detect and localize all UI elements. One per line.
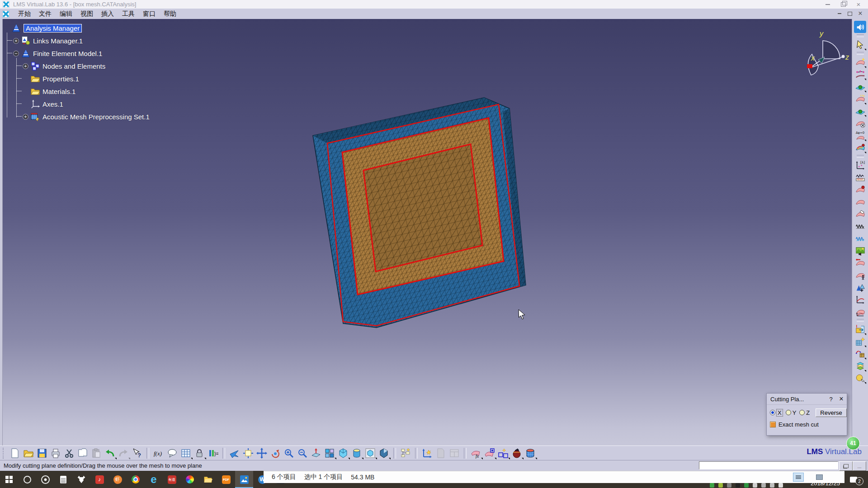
- dropdown-caret-icon[interactable]: [864, 382, 866, 384]
- tray-shield-check-icon[interactable]: [744, 483, 749, 488]
- plane-radio-label-x[interactable]: X: [777, 409, 783, 416]
- fly-mode-button[interactable]: [228, 447, 241, 460]
- tray-green-app-icon[interactable]: [710, 483, 714, 488]
- annotation-button[interactable]: [165, 447, 179, 460]
- tree-label-properties-1[interactable]: Properties.1: [42, 75, 79, 83]
- zoom-in-button[interactable]: [282, 447, 296, 460]
- cut-button[interactable]: [62, 447, 76, 460]
- mute-boundary-button[interactable]: [854, 117, 866, 129]
- render-applicative-button[interactable]: [363, 447, 377, 460]
- acoustic-source-button[interactable]: [854, 21, 866, 33]
- explorer-list-view-button[interactable]: [793, 473, 804, 482]
- lock-button[interactable]: [193, 447, 206, 460]
- orientation-compass[interactable]: y x z: [795, 27, 854, 88]
- plane-wave-source-button[interactable]: [854, 80, 866, 93]
- taskbar-image-viewer[interactable]: [235, 471, 253, 488]
- taskbar-edge[interactable]: e: [145, 471, 163, 488]
- dialog-title-bar[interactable]: Cutting Pla... ? ×: [767, 394, 847, 405]
- normal-view-button[interactable]: [309, 447, 323, 460]
- t-axes-icon[interactable]: [30, 99, 40, 109]
- taskbar-media-pinwheel[interactable]: [181, 471, 199, 488]
- tree-label-finite-element-model-1[interactable]: Finite Element Model.1: [33, 50, 102, 57]
- taskbar-xiami-music[interactable]: 虾: [108, 471, 127, 488]
- tray-leaf-app-icon[interactable]: [718, 483, 723, 488]
- tree-label-nodes-and-elements[interactable]: Nodes and Elements: [42, 62, 105, 70]
- dropdown-caret-icon[interactable]: [864, 152, 866, 154]
- waveform-time-button[interactable]: [854, 220, 866, 232]
- notification-center[interactable]: 2: [850, 474, 863, 485]
- exact-mesh-cut-checkbox[interactable]: [770, 422, 776, 427]
- select-button[interactable]: [854, 38, 866, 51]
- whats-this-button[interactable]: [130, 447, 144, 460]
- mesh-refine-button[interactable]: [854, 281, 866, 293]
- fit-all-in-button[interactable]: [241, 447, 255, 460]
- tree-label-links-manager-1[interactable]: Links Manager.1: [33, 37, 83, 45]
- acoustic-mesh-source-button[interactable]: [854, 105, 866, 117]
- t-links-icon[interactable]: [21, 36, 31, 46]
- t-nodes-icon[interactable]: [30, 61, 40, 71]
- tray-gray-app-icon[interactable]: [727, 483, 731, 488]
- compass-plane-handle[interactable]: [807, 64, 812, 68]
- copy-button[interactable]: [76, 447, 90, 460]
- command-input[interactable]: [699, 461, 838, 469]
- mesh-cylinder-button[interactable]: [524, 447, 537, 460]
- hide-show-button[interactable]: [377, 447, 391, 460]
- tray-volume-icon[interactable]: [770, 483, 774, 488]
- menu-item[interactable]: 文件: [35, 9, 56, 19]
- t-ana-icon[interactable]: [11, 23, 21, 33]
- explorer-thumbnail-view-button[interactable]: [814, 473, 825, 482]
- reverse-button[interactable]: Reverse: [816, 408, 846, 417]
- save-button[interactable]: [35, 447, 49, 460]
- t-ana-icon[interactable]: [21, 48, 31, 58]
- tray-page-icon[interactable]: [753, 483, 757, 488]
- formula-button[interactable]: [152, 447, 165, 460]
- curve-axis-button[interactable]: [854, 293, 866, 305]
- transfer-path-button[interactable]: [854, 68, 866, 80]
- shell-observer-button[interactable]: [854, 269, 866, 281]
- menu-item[interactable]: 窗口: [139, 9, 160, 19]
- menu-item[interactable]: 编辑: [56, 9, 76, 19]
- render-style-button[interactable]: [350, 447, 363, 460]
- taskbar-netease-music[interactable]: ♪: [90, 471, 108, 488]
- dialog-help-button[interactable]: ?: [826, 396, 836, 403]
- taskbar-youdao-dict[interactable]: 有道: [163, 471, 181, 488]
- minimize-button[interactable]: [821, 0, 835, 9]
- multi-view-button[interactable]: [323, 447, 336, 460]
- open-button[interactable]: [22, 447, 35, 460]
- menu-item[interactable]: 工具: [118, 9, 139, 19]
- close-button[interactable]: ×: [852, 0, 865, 9]
- radiating-panel-button[interactable]: [854, 93, 866, 105]
- mdi-minimize-button[interactable]: [835, 9, 844, 18]
- tree-label-axes-1[interactable]: Axes.1: [42, 100, 63, 108]
- design-table-button[interactable]: [179, 447, 193, 460]
- more-button[interactable]: ...: [853, 461, 866, 471]
- axis-system-button[interactable]: [420, 447, 434, 460]
- menu-item[interactable]: 开始: [14, 9, 35, 19]
- window-mode-button[interactable]: [839, 461, 853, 471]
- zoom-out-button[interactable]: [296, 447, 309, 460]
- expander-plus-icon[interactable]: +: [23, 63, 28, 69]
- t-folder-icon[interactable]: [30, 86, 40, 96]
- taskbar-file-explorer[interactable]: [199, 471, 217, 488]
- tray-plus-icon[interactable]: [778, 483, 783, 488]
- plane-radio-y[interactable]: [786, 410, 791, 415]
- layer-stack-button[interactable]: [854, 360, 866, 372]
- material-library-button[interactable]: [510, 447, 524, 460]
- mesh-create-button[interactable]: [854, 335, 866, 347]
- plane-radio-z[interactable]: [799, 410, 805, 415]
- expander-plus-icon[interactable]: +: [23, 114, 28, 120]
- taskbar-start[interactable]: [0, 471, 18, 488]
- print-button[interactable]: [49, 447, 62, 460]
- waveform-frequency-button[interactable]: [854, 232, 866, 244]
- rotate-button[interactable]: [269, 447, 282, 460]
- tray-dark-app-icon[interactable]: [736, 483, 740, 488]
- sphere-edit-button[interactable]: [854, 372, 866, 384]
- shell-chart-button[interactable]: [854, 305, 866, 318]
- t-folder-icon[interactable]: [30, 74, 40, 84]
- menu-item[interactable]: 帮助: [160, 9, 180, 19]
- color-map-result-button[interactable]: [854, 141, 866, 154]
- taskbar-screen-recorder[interactable]: [36, 471, 54, 488]
- dropdown-caret-icon[interactable]: [535, 458, 537, 460]
- import-data-button[interactable]: [854, 323, 866, 335]
- shell-tool-button[interactable]: [854, 257, 866, 269]
